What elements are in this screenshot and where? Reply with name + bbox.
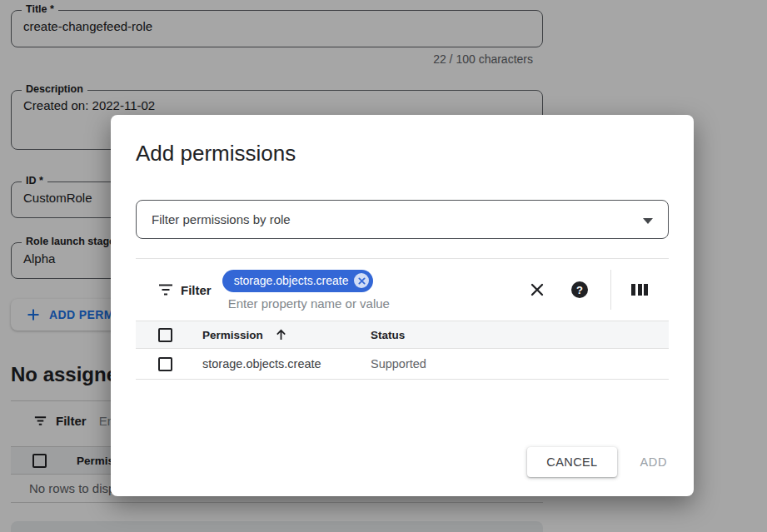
dialog-title: Add permissions xyxy=(136,141,669,167)
filter-chip[interactable]: storage.objects.create xyxy=(222,270,374,292)
toolbar-divider xyxy=(610,270,611,310)
filter-icon xyxy=(158,283,173,296)
filter-input-placeholder[interactable]: Enter property name or value xyxy=(222,296,527,311)
status-cell: Supported xyxy=(371,357,426,370)
filter-chip-label: storage.objects.create xyxy=(234,274,349,287)
cancel-button[interactable]: CANCEL xyxy=(527,447,616,477)
filter-label: Filter xyxy=(181,283,212,297)
dialog-footer: CANCEL ADD xyxy=(527,447,670,477)
add-button[interactable]: ADD xyxy=(637,447,670,477)
permission-cell: storage.objects.create xyxy=(202,357,321,370)
chip-remove-icon[interactable] xyxy=(354,273,369,288)
dropdown-arrow-icon xyxy=(643,218,653,224)
toolbar-icons: ? xyxy=(527,270,669,310)
filter-input-area[interactable]: storage.objects.create Enter property na… xyxy=(222,270,527,311)
column-display-options-button[interactable] xyxy=(630,282,650,297)
add-permissions-dialog: Add permissions Filter permissions by ro… xyxy=(111,115,694,496)
filter-permissions-by-role-select[interactable]: Filter permissions by role xyxy=(136,200,669,239)
row-checkbox[interactable] xyxy=(158,357,172,371)
columns-icon xyxy=(631,284,648,296)
sort-ascending-icon[interactable] xyxy=(275,328,287,341)
help-icon: ? xyxy=(571,281,588,298)
role-select-placeholder: Filter permissions by role xyxy=(152,212,291,226)
permission-column-header[interactable]: Permission xyxy=(202,329,263,341)
clear-filter-button[interactable] xyxy=(527,280,547,300)
table-row[interactable]: storage.objects.create Supported xyxy=(136,349,669,380)
permissions-filter-toolbar: Filter storage.objects.create Enter prop… xyxy=(136,258,669,321)
status-column-header[interactable]: Status xyxy=(371,329,405,341)
help-button[interactable]: ? xyxy=(570,280,590,300)
select-all-checkbox[interactable] xyxy=(158,328,172,342)
close-icon xyxy=(529,281,545,298)
filter-button[interactable]: Filter xyxy=(158,283,212,297)
permissions-table-header: Permission Status xyxy=(136,321,669,349)
